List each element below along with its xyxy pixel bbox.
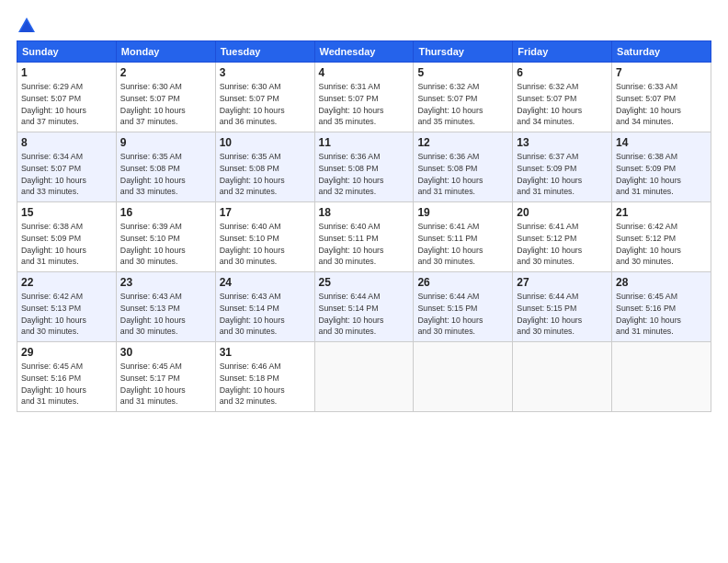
day-number: 9 bbox=[120, 136, 211, 149]
calendar-week-row: 8Sunrise: 6:34 AMSunset: 5:07 PMDaylight… bbox=[17, 132, 711, 202]
day-number: 8 bbox=[21, 136, 112, 149]
day-info: Sunrise: 6:39 AMSunset: 5:10 PMDaylight:… bbox=[120, 221, 211, 268]
calendar-day-cell: 5Sunrise: 6:32 AMSunset: 5:07 PMDaylight… bbox=[414, 63, 513, 132]
day-number: 4 bbox=[319, 66, 410, 79]
calendar-day-cell: 27Sunrise: 6:44 AMSunset: 5:15 PMDayligh… bbox=[513, 272, 612, 342]
day-number: 18 bbox=[319, 206, 410, 219]
day-info: Sunrise: 6:45 AMSunset: 5:17 PMDaylight:… bbox=[120, 361, 211, 408]
calendar-day-cell: 30Sunrise: 6:45 AMSunset: 5:17 PMDayligh… bbox=[116, 342, 215, 412]
day-info: Sunrise: 6:43 AMSunset: 5:14 PMDaylight:… bbox=[220, 291, 311, 338]
calendar-day-cell bbox=[612, 342, 711, 412]
calendar-day-cell: 21Sunrise: 6:42 AMSunset: 5:12 PMDayligh… bbox=[612, 202, 711, 272]
day-number: 3 bbox=[220, 66, 311, 79]
calendar-day-cell: 26Sunrise: 6:44 AMSunset: 5:15 PMDayligh… bbox=[414, 272, 513, 342]
day-number: 6 bbox=[517, 66, 608, 79]
day-of-week-header: Wednesday bbox=[314, 41, 414, 63]
day-info: Sunrise: 6:35 AMSunset: 5:08 PMDaylight:… bbox=[220, 151, 311, 198]
day-info: Sunrise: 6:31 AMSunset: 5:07 PMDaylight:… bbox=[319, 81, 410, 128]
calendar-day-cell: 1Sunrise: 6:29 AMSunset: 5:07 PMDaylight… bbox=[17, 63, 117, 132]
calendar-day-cell: 7Sunrise: 6:33 AMSunset: 5:07 PMDaylight… bbox=[612, 63, 711, 132]
calendar-day-cell: 24Sunrise: 6:43 AMSunset: 5:14 PMDayligh… bbox=[215, 272, 314, 342]
day-info: Sunrise: 6:37 AMSunset: 5:09 PMDaylight:… bbox=[517, 151, 608, 198]
calendar-day-cell: 8Sunrise: 6:34 AMSunset: 5:07 PMDaylight… bbox=[17, 132, 117, 202]
calendar-day-cell: 14Sunrise: 6:38 AMSunset: 5:09 PMDayligh… bbox=[612, 132, 711, 202]
calendar-week-row: 22Sunrise: 6:42 AMSunset: 5:13 PMDayligh… bbox=[17, 272, 711, 342]
day-of-week-header: Monday bbox=[116, 41, 215, 63]
calendar-day-cell: 2Sunrise: 6:30 AMSunset: 5:07 PMDaylight… bbox=[116, 63, 215, 132]
day-number: 2 bbox=[120, 66, 211, 79]
day-number: 22 bbox=[21, 276, 112, 289]
calendar-week-row: 15Sunrise: 6:38 AMSunset: 5:09 PMDayligh… bbox=[17, 202, 711, 272]
calendar-day-cell bbox=[513, 342, 612, 412]
day-info: Sunrise: 6:38 AMSunset: 5:09 PMDaylight:… bbox=[21, 221, 112, 268]
day-info: Sunrise: 6:46 AMSunset: 5:18 PMDaylight:… bbox=[220, 361, 311, 408]
day-of-week-header: Friday bbox=[513, 41, 612, 63]
day-number: 29 bbox=[21, 346, 112, 359]
day-info: Sunrise: 6:44 AMSunset: 5:15 PMDaylight:… bbox=[517, 291, 608, 338]
day-info: Sunrise: 6:29 AMSunset: 5:07 PMDaylight:… bbox=[21, 81, 112, 128]
day-info: Sunrise: 6:40 AMSunset: 5:10 PMDaylight:… bbox=[220, 221, 311, 268]
calendar-day-cell: 19Sunrise: 6:41 AMSunset: 5:11 PMDayligh… bbox=[414, 202, 513, 272]
day-number: 21 bbox=[616, 206, 707, 219]
day-number: 20 bbox=[517, 206, 608, 219]
calendar-day-cell: 16Sunrise: 6:39 AMSunset: 5:10 PMDayligh… bbox=[116, 202, 215, 272]
day-info: Sunrise: 6:41 AMSunset: 5:12 PMDaylight:… bbox=[517, 221, 608, 268]
day-number: 17 bbox=[220, 206, 311, 219]
day-info: Sunrise: 6:44 AMSunset: 5:15 PMDaylight:… bbox=[417, 291, 508, 338]
calendar-day-cell: 18Sunrise: 6:40 AMSunset: 5:11 PMDayligh… bbox=[314, 202, 414, 272]
day-number: 26 bbox=[417, 276, 508, 289]
logo-icon bbox=[18, 17, 35, 33]
calendar-day-cell: 25Sunrise: 6:44 AMSunset: 5:14 PMDayligh… bbox=[314, 272, 414, 342]
day-info: Sunrise: 6:30 AMSunset: 5:07 PMDaylight:… bbox=[220, 81, 311, 128]
calendar-day-cell: 10Sunrise: 6:35 AMSunset: 5:08 PMDayligh… bbox=[215, 132, 314, 202]
day-info: Sunrise: 6:34 AMSunset: 5:07 PMDaylight:… bbox=[21, 151, 112, 198]
day-info: Sunrise: 6:32 AMSunset: 5:07 PMDaylight:… bbox=[517, 81, 608, 128]
calendar-table: SundayMondayTuesdayWednesdayThursdayFrid… bbox=[17, 40, 711, 412]
calendar-day-cell: 6Sunrise: 6:32 AMSunset: 5:07 PMDaylight… bbox=[513, 63, 612, 132]
day-number: 14 bbox=[616, 136, 707, 149]
day-info: Sunrise: 6:42 AMSunset: 5:13 PMDaylight:… bbox=[21, 291, 112, 338]
calendar-day-cell: 15Sunrise: 6:38 AMSunset: 5:09 PMDayligh… bbox=[17, 202, 117, 272]
day-info: Sunrise: 6:45 AMSunset: 5:16 PMDaylight:… bbox=[616, 291, 707, 338]
calendar-day-cell: 20Sunrise: 6:41 AMSunset: 5:12 PMDayligh… bbox=[513, 202, 612, 272]
day-number: 5 bbox=[417, 66, 508, 79]
calendar-day-cell: 13Sunrise: 6:37 AMSunset: 5:09 PMDayligh… bbox=[513, 132, 612, 202]
calendar-day-cell: 17Sunrise: 6:40 AMSunset: 5:10 PMDayligh… bbox=[215, 202, 314, 272]
day-number: 15 bbox=[21, 206, 112, 219]
day-info: Sunrise: 6:35 AMSunset: 5:08 PMDaylight:… bbox=[120, 151, 211, 198]
calendar-day-cell: 29Sunrise: 6:45 AMSunset: 5:16 PMDayligh… bbox=[17, 342, 117, 412]
day-info: Sunrise: 6:40 AMSunset: 5:11 PMDaylight:… bbox=[319, 221, 410, 268]
calendar-day-cell: 12Sunrise: 6:36 AMSunset: 5:08 PMDayligh… bbox=[414, 132, 513, 202]
calendar-day-cell: 9Sunrise: 6:35 AMSunset: 5:08 PMDaylight… bbox=[116, 132, 215, 202]
day-number: 25 bbox=[319, 276, 410, 289]
day-number: 1 bbox=[21, 66, 112, 79]
day-info: Sunrise: 6:43 AMSunset: 5:13 PMDaylight:… bbox=[120, 291, 211, 338]
day-number: 23 bbox=[120, 276, 211, 289]
logo bbox=[17, 17, 35, 33]
day-of-week-header: Sunday bbox=[17, 41, 117, 63]
day-number: 7 bbox=[616, 66, 707, 79]
day-number: 12 bbox=[417, 136, 508, 149]
day-of-week-header: Saturday bbox=[612, 41, 711, 63]
day-info: Sunrise: 6:30 AMSunset: 5:07 PMDaylight:… bbox=[120, 81, 211, 128]
calendar-day-cell: 4Sunrise: 6:31 AMSunset: 5:07 PMDaylight… bbox=[314, 63, 414, 132]
day-info: Sunrise: 6:38 AMSunset: 5:09 PMDaylight:… bbox=[616, 151, 707, 198]
day-number: 13 bbox=[517, 136, 608, 149]
day-info: Sunrise: 6:36 AMSunset: 5:08 PMDaylight:… bbox=[417, 151, 508, 198]
day-number: 19 bbox=[417, 206, 508, 219]
calendar-day-cell bbox=[414, 342, 513, 412]
day-number: 16 bbox=[120, 206, 211, 219]
day-of-week-header: Thursday bbox=[414, 41, 513, 63]
day-number: 28 bbox=[616, 276, 707, 289]
day-number: 10 bbox=[220, 136, 311, 149]
calendar-day-cell: 28Sunrise: 6:45 AMSunset: 5:16 PMDayligh… bbox=[612, 272, 711, 342]
calendar-day-cell: 3Sunrise: 6:30 AMSunset: 5:07 PMDaylight… bbox=[215, 63, 314, 132]
day-info: Sunrise: 6:36 AMSunset: 5:08 PMDaylight:… bbox=[319, 151, 410, 198]
calendar-day-cell bbox=[314, 342, 414, 412]
day-info: Sunrise: 6:44 AMSunset: 5:14 PMDaylight:… bbox=[319, 291, 410, 338]
day-info: Sunrise: 6:42 AMSunset: 5:12 PMDaylight:… bbox=[616, 221, 707, 268]
day-number: 31 bbox=[220, 346, 311, 359]
day-info: Sunrise: 6:32 AMSunset: 5:07 PMDaylight:… bbox=[417, 81, 508, 128]
calendar-day-cell: 23Sunrise: 6:43 AMSunset: 5:13 PMDayligh… bbox=[116, 272, 215, 342]
day-info: Sunrise: 6:41 AMSunset: 5:11 PMDaylight:… bbox=[417, 221, 508, 268]
